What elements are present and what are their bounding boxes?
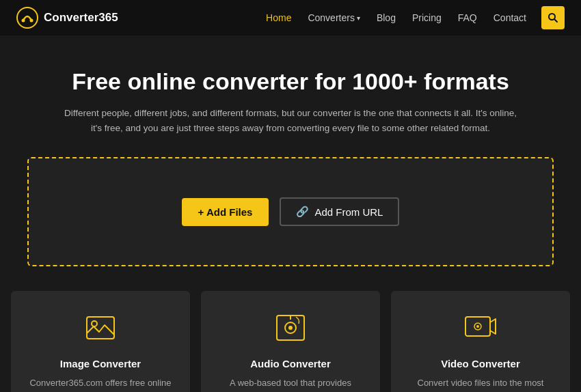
add-files-button[interactable]: + Add Files <box>182 198 269 226</box>
image-converter-icon <box>83 310 118 346</box>
hero-subtitle: Different people, different jobs, and di… <box>58 106 523 135</box>
upload-dropzone[interactable]: + Add Files 🔗 Add From URL <box>27 157 554 266</box>
nav-home[interactable]: Home <box>259 8 298 27</box>
search-icon <box>548 12 558 23</box>
image-converter-title: Image Converter <box>25 358 176 369</box>
nav-blog[interactable]: Blog <box>370 8 403 27</box>
header: Converter365 Home Converters ▾ Blog Pric… <box>0 0 581 36</box>
nav-contact[interactable]: Contact <box>487 8 533 27</box>
add-files-label: + Add Files <box>198 206 253 218</box>
chevron-down-icon: ▾ <box>357 14 360 22</box>
add-url-label: Add From URL <box>314 206 383 218</box>
video-converter-title: Video Converter <box>405 358 556 369</box>
logo[interactable]: Converter365 <box>16 7 118 29</box>
hero-section: Free online converter for 1000+ formats … <box>0 36 581 157</box>
nav-pricing[interactable]: Pricing <box>405 8 448 27</box>
video-converter-icon <box>463 310 498 346</box>
audio-converter-title: Audio Converter <box>215 358 366 369</box>
svg-line-4 <box>554 19 557 22</box>
audio-converter-card[interactable]: Audio Converter A web-based tool that pr… <box>201 291 380 392</box>
audio-converter-icon <box>273 310 308 346</box>
svg-point-9 <box>288 326 293 330</box>
nav-converters[interactable]: Converters ▾ <box>301 8 366 27</box>
svg-point-6 <box>92 321 97 326</box>
svg-point-0 <box>17 8 38 28</box>
svg-point-2 <box>30 19 33 23</box>
video-converter-card[interactable]: Video Converter Convert video files into… <box>391 291 570 392</box>
search-button[interactable] <box>541 6 565 29</box>
svg-rect-5 <box>87 317 114 339</box>
upload-section: + Add Files 🔗 Add From URL <box>0 157 581 291</box>
svg-point-12 <box>476 325 479 328</box>
link-icon: 🔗 <box>296 206 309 218</box>
add-url-button[interactable]: 🔗 Add From URL <box>280 197 399 226</box>
image-converter-desc: Converter365.com offers free online conv… <box>25 376 176 392</box>
feature-cards: Image Converter Converter365.com offers … <box>0 291 581 392</box>
logo-icon <box>16 7 38 29</box>
nav-faq[interactable]: FAQ <box>451 8 484 27</box>
video-converter-desc: Convert video files into the most common… <box>405 376 556 392</box>
main-nav: Home Converters ▾ Blog Pricing FAQ Conta… <box>259 6 565 29</box>
hero-title: Free online converter for 1000+ formats <box>16 68 565 95</box>
logo-text: Converter365 <box>44 11 118 25</box>
image-converter-card[interactable]: Image Converter Converter365.com offers … <box>11 291 190 392</box>
svg-point-1 <box>22 19 25 23</box>
audio-converter-desc: A web-based tool that provides conversio… <box>215 376 366 392</box>
